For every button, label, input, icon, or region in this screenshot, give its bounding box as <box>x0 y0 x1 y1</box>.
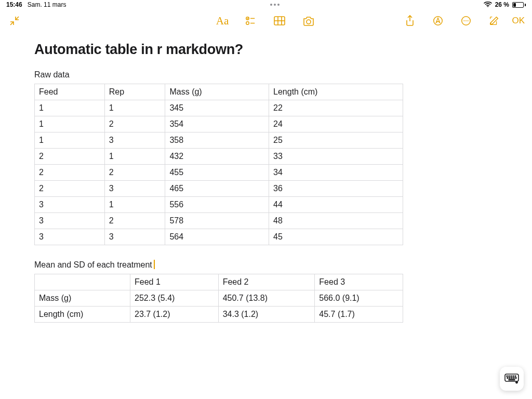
table-cell[interactable]: 22 <box>269 100 403 116</box>
table-row[interactable]: 1235424 <box>35 116 403 132</box>
checklist-icon[interactable] <box>243 14 258 28</box>
battery-pct: 26 % <box>495 1 509 8</box>
summary-table[interactable]: Feed 1Feed 2Feed 3Mass (g)252.3 (5.4)450… <box>34 274 403 323</box>
svg-point-9 <box>307 20 311 24</box>
table-header-cell[interactable]: Feed <box>35 84 105 100</box>
table-cell[interactable]: 564 <box>165 229 269 245</box>
table-cell[interactable]: 45 <box>269 229 403 245</box>
svg-rect-21 <box>507 378 508 379</box>
done-button[interactable]: OK <box>512 16 525 26</box>
table-cell[interactable]: 455 <box>165 165 269 181</box>
table-cell[interactable]: 1 <box>35 100 105 116</box>
svg-rect-18 <box>511 376 512 377</box>
table-cell[interactable]: 1 <box>35 116 105 132</box>
date-label: Sam. 11 mars <box>28 1 66 8</box>
table-cell[interactable]: 45.7 (1.7) <box>315 307 403 323</box>
table-cell[interactable]: 2 <box>35 165 105 181</box>
table-row[interactable]: 1134522 <box>35 100 403 116</box>
table-cell[interactable]: 33 <box>269 149 403 165</box>
svg-rect-25 <box>515 378 516 379</box>
table-header-cell[interactable]: Mass (g) <box>165 84 269 100</box>
table-cell[interactable]: 3 <box>35 229 105 245</box>
camera-icon[interactable] <box>301 14 316 28</box>
keyboard-button[interactable] <box>500 367 524 391</box>
note-body[interactable]: Automatic table in r markdown? Raw data … <box>0 32 532 323</box>
table-row[interactable]: Length (cm)23.7 (1.2)34.3 (1.2)45.7 (1.7… <box>35 307 403 323</box>
table-cell[interactable]: 23.7 (1.2) <box>130 307 219 323</box>
table-cell[interactable]: 2 <box>35 181 105 197</box>
raw-data-heading[interactable]: Raw data <box>34 70 498 79</box>
wifi-icon <box>484 1 492 9</box>
table-cell[interactable]: 358 <box>165 132 269 149</box>
table-row[interactable]: 3356445 <box>35 229 403 245</box>
svg-point-12 <box>464 20 465 21</box>
table-header-cell[interactable]: Feed 1 <box>130 274 219 290</box>
table-cell[interactable]: 2 <box>35 149 105 165</box>
more-icon[interactable] <box>459 14 473 28</box>
svg-rect-19 <box>513 376 514 377</box>
table-header-cell[interactable]: Length (cm) <box>269 84 403 100</box>
table-cell[interactable]: Length (cm) <box>35 307 130 323</box>
table-cell[interactable]: 1 <box>104 149 165 165</box>
table-cell[interactable]: 556 <box>165 197 269 213</box>
table-cell[interactable]: 2 <box>104 213 165 229</box>
table-row[interactable]: 2346536 <box>35 181 403 197</box>
summary-heading[interactable]: Mean and SD of each treatment <box>34 260 498 270</box>
toolbar: Aa OK <box>0 9 532 32</box>
compose-icon[interactable] <box>487 14 501 28</box>
svg-point-27 <box>516 381 518 383</box>
table-cell[interactable]: 1 <box>104 100 165 116</box>
table-row[interactable]: 3257848 <box>35 213 403 229</box>
table-cell[interactable]: 345 <box>165 100 269 116</box>
multitask-dots-icon[interactable] <box>270 4 280 6</box>
markup-icon[interactable] <box>431 14 445 28</box>
table-cell[interactable]: 3 <box>35 213 105 229</box>
table-cell[interactable]: 3 <box>35 197 105 213</box>
table-row[interactable]: Mass (g)252.3 (5.4)450.7 (13.8)566.0 (9.… <box>35 290 403 307</box>
table-header-cell[interactable] <box>35 274 130 290</box>
table-cell[interactable]: 48 <box>269 213 403 229</box>
table-cell[interactable]: 1 <box>35 132 105 149</box>
table-cell[interactable]: Mass (g) <box>35 290 130 307</box>
table-cell[interactable]: 3 <box>104 181 165 197</box>
table-header-cell[interactable]: Feed 3 <box>315 274 403 290</box>
clock: 15:46 <box>6 1 22 8</box>
table-cell[interactable]: 465 <box>165 181 269 197</box>
svg-rect-22 <box>509 378 510 379</box>
table-cell[interactable]: 44 <box>269 197 403 213</box>
table-cell[interactable]: 2 <box>104 116 165 132</box>
table-cell[interactable]: 566.0 (9.1) <box>315 290 403 307</box>
svg-point-14 <box>468 20 469 21</box>
table-cell[interactable]: 354 <box>165 116 269 132</box>
collapse-icon[interactable] <box>7 14 22 28</box>
share-icon[interactable] <box>403 14 417 28</box>
table-cell[interactable]: 24 <box>269 116 403 132</box>
table-header-cell[interactable]: Feed 2 <box>218 274 315 290</box>
table-cell[interactable]: 34 <box>269 165 403 181</box>
table-cell[interactable]: 3 <box>104 229 165 245</box>
table-cell[interactable]: 2 <box>104 165 165 181</box>
table-row[interactable]: 1335825 <box>35 132 403 149</box>
table-cell[interactable]: 36 <box>269 181 403 197</box>
table-icon[interactable] <box>272 14 287 28</box>
svg-rect-26 <box>509 379 515 380</box>
status-bar: 15:46 Sam. 11 mars 26 % <box>0 0 532 9</box>
table-cell[interactable]: 450.7 (13.8) <box>218 290 315 307</box>
table-cell[interactable]: 578 <box>165 213 269 229</box>
table-row[interactable]: 2245534 <box>35 165 403 181</box>
table-cell[interactable]: 1 <box>104 197 165 213</box>
table-row[interactable]: 2143233 <box>35 149 403 165</box>
table-cell[interactable]: 34.3 (1.2) <box>218 307 315 323</box>
table-cell[interactable]: 3 <box>104 132 165 149</box>
table-cell[interactable]: 252.3 (5.4) <box>130 290 219 307</box>
raw-data-table[interactable]: FeedRepMass (g)Length (cm)11345221235424… <box>34 84 403 245</box>
table-cell[interactable]: 432 <box>165 149 269 165</box>
format-text-icon[interactable]: Aa <box>216 14 229 28</box>
svg-point-3 <box>246 22 249 25</box>
svg-rect-23 <box>511 378 512 379</box>
table-header-cell[interactable]: Rep <box>104 84 165 100</box>
svg-rect-16 <box>507 376 508 377</box>
table-row[interactable]: 3155644 <box>35 197 403 213</box>
note-title[interactable]: Automatic table in r markdown? <box>34 42 498 58</box>
table-cell[interactable]: 25 <box>269 132 403 149</box>
